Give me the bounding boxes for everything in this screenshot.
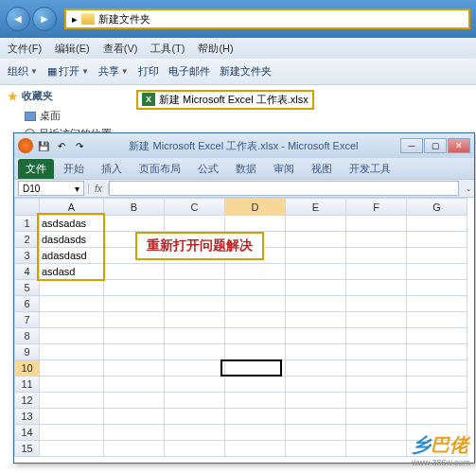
new-folder-button[interactable]: 新建文件夹 bbox=[220, 64, 272, 79]
excel-titlebar[interactable]: 💾 ↶ ↷ 新建 Microsoft Excel 工作表.xlsx - Micr… bbox=[14, 133, 474, 158]
address-text: 新建文件夹 bbox=[98, 12, 150, 26]
close-button[interactable]: ✕ bbox=[448, 138, 470, 153]
tab-formula[interactable]: 公式 bbox=[190, 159, 226, 179]
back-button[interactable]: ◄ bbox=[6, 7, 30, 31]
open-button[interactable]: ▦ 打开▼ bbox=[47, 64, 89, 79]
col-header-b[interactable]: B bbox=[104, 199, 165, 216]
col-header-f[interactable]: F bbox=[346, 199, 407, 216]
formula-input[interactable] bbox=[109, 181, 459, 196]
row-header[interactable]: 5 bbox=[15, 280, 40, 296]
print-button[interactable]: 打印 bbox=[138, 64, 159, 79]
menu-file[interactable]: 文件(F) bbox=[8, 42, 42, 56]
spreadsheet-grid[interactable]: A B C D E F G 1asdsadas 2dasdasds 3adasd… bbox=[14, 198, 474, 461]
tab-dev[interactable]: 开发工具 bbox=[342, 159, 398, 179]
expand-formula-icon[interactable]: ⌄ bbox=[463, 184, 474, 193]
cell-a2[interactable]: dasdasds bbox=[40, 232, 104, 248]
desktop-icon bbox=[25, 112, 36, 121]
dropdown-icon[interactable]: ▾ bbox=[75, 184, 79, 194]
qat-save-icon[interactable]: 💾 bbox=[36, 138, 51, 153]
row-header[interactable]: 6 bbox=[15, 296, 40, 312]
file-name: 新建 Microsoft Excel 工作表.xlsx bbox=[159, 93, 309, 107]
menu-view[interactable]: 查看(V) bbox=[103, 42, 138, 56]
row-header[interactable]: 3 bbox=[15, 248, 40, 264]
col-header-d[interactable]: D bbox=[225, 199, 286, 216]
col-header-g[interactable]: G bbox=[407, 199, 467, 216]
row-header[interactable]: 7 bbox=[15, 312, 40, 328]
tab-review[interactable]: 审阅 bbox=[266, 159, 302, 179]
ribbon-tabs: 文件 开始 插入 页面布局 公式 数据 审阅 视图 开发工具 bbox=[14, 158, 474, 179]
window-title: 新建 Microsoft Excel 工作表.xlsx - Microsoft … bbox=[87, 139, 400, 153]
qat-undo-icon[interactable]: ↶ bbox=[54, 138, 69, 153]
folder-icon bbox=[81, 13, 95, 25]
tab-home[interactable]: 开始 bbox=[56, 159, 92, 179]
excel-window: 💾 ↶ ↷ 新建 Microsoft Excel 工作表.xlsx - Micr… bbox=[13, 132, 475, 464]
row-header[interactable]: 13 bbox=[15, 409, 40, 425]
favorites-desktop[interactable]: 桌面 bbox=[8, 107, 125, 125]
name-box[interactable]: D10 ▾ bbox=[18, 181, 84, 196]
qat-redo-icon[interactable]: ↷ bbox=[72, 138, 87, 153]
menu-help[interactable]: 帮助(H) bbox=[198, 42, 233, 56]
fx-icon[interactable]: fx bbox=[88, 184, 109, 194]
explorer-toolbar: 组织▼ ▦ 打开▼ 共享▼ 打印 电子邮件 新建文件夹 bbox=[0, 59, 476, 85]
row-header[interactable]: 9 bbox=[15, 344, 40, 360]
col-header-e[interactable]: E bbox=[286, 199, 346, 216]
select-all-corner[interactable] bbox=[15, 199, 40, 216]
row-header[interactable]: 2 bbox=[15, 232, 40, 248]
tab-view[interactable]: 视图 bbox=[304, 159, 340, 179]
col-header-a[interactable]: A bbox=[40, 199, 104, 216]
file-item-excel[interactable]: X 新建 Microsoft Excel 工作表.xlsx bbox=[136, 90, 314, 110]
menu-edit[interactable]: 编辑(E) bbox=[55, 42, 90, 56]
row-header[interactable]: 15 bbox=[15, 441, 40, 457]
tab-data[interactable]: 数据 bbox=[228, 159, 264, 179]
row-header[interactable]: 10 bbox=[15, 360, 40, 377]
row-header[interactable]: 8 bbox=[15, 328, 40, 344]
row-header[interactable]: 1 bbox=[15, 216, 40, 232]
annotation-note: 重新打开问题解决 bbox=[135, 232, 264, 260]
row-header[interactable]: 4 bbox=[15, 264, 40, 280]
tab-insert[interactable]: 插入 bbox=[94, 159, 130, 179]
star-icon: ★ bbox=[8, 90, 18, 103]
excel-app-icon[interactable] bbox=[18, 138, 33, 153]
watermark: 乡乡巴佬巴佬 www.386w.com bbox=[412, 432, 470, 467]
share-button[interactable]: 共享▼ bbox=[98, 64, 129, 79]
row-header[interactable]: 12 bbox=[15, 393, 40, 409]
organize-button[interactable]: 组织▼ bbox=[8, 64, 38, 79]
cell-a3[interactable]: adasdasd bbox=[40, 248, 104, 264]
explorer-menu-bar: 文件(F) 编辑(E) 查看(V) 工具(T) 帮助(H) bbox=[0, 38, 476, 59]
minimize-button[interactable]: ─ bbox=[400, 138, 423, 153]
formula-bar: D10 ▾ fx ⌄ bbox=[14, 179, 474, 198]
email-button[interactable]: 电子邮件 bbox=[168, 64, 210, 79]
tab-file[interactable]: 文件 bbox=[18, 159, 54, 179]
col-header-c[interactable]: C bbox=[165, 199, 225, 216]
cell-d10[interactable] bbox=[225, 360, 286, 377]
excel-file-icon: X bbox=[142, 93, 155, 106]
maximize-button[interactable]: ▢ bbox=[424, 138, 447, 153]
forward-button[interactable]: ► bbox=[32, 7, 57, 31]
menu-tools[interactable]: 工具(T) bbox=[150, 42, 185, 56]
cell-a1[interactable]: asdsadas bbox=[40, 216, 104, 232]
favorites-header[interactable]: ★ 收藏夹 bbox=[8, 89, 125, 103]
explorer-nav-bar: ◄ ► ▸ 新建文件夹 bbox=[0, 0, 476, 38]
row-header[interactable]: 14 bbox=[15, 425, 40, 441]
row-header[interactable]: 11 bbox=[15, 377, 40, 393]
chevron-right-icon: ▸ bbox=[72, 13, 78, 26]
tab-layout[interactable]: 页面布局 bbox=[132, 159, 188, 179]
address-bar[interactable]: ▸ 新建文件夹 bbox=[64, 9, 470, 29]
cell-a4[interactable]: asdasd bbox=[40, 264, 104, 280]
